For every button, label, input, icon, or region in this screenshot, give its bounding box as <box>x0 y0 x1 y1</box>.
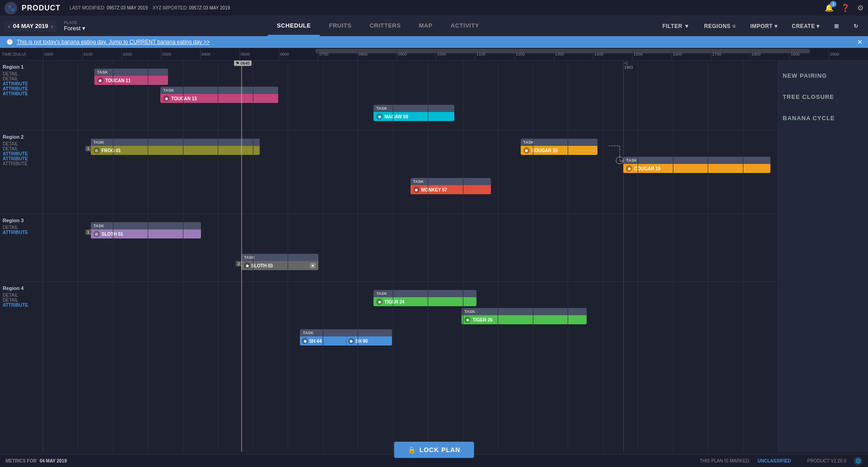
svg-point-2 <box>616 157 623 164</box>
region1-detail2: DETAIL <box>3 76 40 81</box>
main-tabs: SCHEDULE FRUITS CRITTERS MAP ACTIVITY <box>99 16 657 36</box>
lock-plan-button[interactable]: 🔒 LOCK PLAN <box>394 442 474 458</box>
tab-fruits[interactable]: FRUITS <box>320 16 360 36</box>
task-name-sh44: SH 44 <box>309 339 322 344</box>
lock-icon: 🔒 <box>408 446 416 453</box>
filter-button[interactable]: FILTER ▼ <box>657 20 695 32</box>
place-dropdown[interactable]: Forest ▾ <box>64 25 85 32</box>
tab-critters[interactable]: CRITTERS <box>360 16 410 36</box>
create-button[interactable]: CREATE ▾ <box>786 20 825 32</box>
import-button[interactable]: IMPORT ▾ <box>745 20 783 32</box>
settings-button[interactable]: ⚙ <box>857 4 863 12</box>
notifications-button[interactable]: 🔔 3 <box>825 4 834 12</box>
region3-gantt-row: 1 TASK ◎SLOTH 01 2 TASK ◉SLOTH 03● <box>43 214 778 282</box>
region2-attr2: ATTRIBUTE <box>3 156 40 161</box>
task-toucan13[interactable]: TASK ◉TOUCAN 13 <box>160 87 278 103</box>
task-icon: ◉ <box>626 165 632 172</box>
task-label: TASK <box>626 158 637 163</box>
region2-gantt-row: 1 TASK ◎FROG 01 TASK ◉COUGAR 15 TASK ◉CO… <box>43 131 778 214</box>
notification-message[interactable]: This is not today's banana eating day. J… <box>17 39 210 45</box>
top-bar: 🐾 PRODUCT LAST MODIFIED: 0957Z 03 MAY 20… <box>0 0 868 16</box>
date-navigator[interactable]: ‹ 04 MAY 2019 › <box>5 21 56 32</box>
region2-detail3: ATTRIBUTE <box>3 161 40 166</box>
metrics-date: 04 MAY 2019 <box>40 458 67 463</box>
task-macaw59[interactable]: TASK ◉MACAW 59 <box>373 105 454 121</box>
task-toucan11[interactable]: TASK ◉TOUCAN 11 <box>94 69 168 85</box>
tab-activity[interactable]: ACTIVITY <box>442 16 488 36</box>
task-cougar15b[interactable]: TASK ◉COUGAR 15 <box>623 157 770 173</box>
ruler-tick-2000: 2000 <box>829 48 839 60</box>
region4-label-section: Region 4 DETAIL DETAIL ATTRIBUTE <box>0 282 42 311</box>
ruler-tick-0900: 0900 <box>397 48 407 60</box>
ruler-tick-0600: 0600 <box>279 48 289 60</box>
timeline-ruler: TIME (ZULU) 0000010002000300040005000600… <box>0 48 868 61</box>
end-time-label: ◁ 1901 <box>624 61 633 70</box>
region1-attr1: ATTRIBUTE <box>3 81 40 86</box>
region2-label-section: Region 2 DETAIL DETAIL ATTRIBUTE ATTRIBU… <box>0 131 42 214</box>
task-label: TASK <box>93 224 104 228</box>
region3-attr1: ATTRIBUTE <box>3 230 40 235</box>
task-label: TASK <box>163 88 174 93</box>
next-date-arrow[interactable]: › <box>51 23 53 30</box>
task-sloth03[interactable]: 2 TASK ◉SLOTH 03● <box>241 254 318 270</box>
ruler-tick-1800: 1800 <box>750 48 761 60</box>
task-name: MACAW 59 <box>384 114 408 119</box>
region-labels-panel: Region 1 DETAIL DETAIL ATTRIBUTE ATTRIBU… <box>0 61 43 452</box>
ruler-tick-1100: 1100 <box>475 48 485 60</box>
task-label: TASK <box>376 106 387 111</box>
task-sloth01[interactable]: 1 TASK ◎SLOTH 01 <box>91 222 201 238</box>
new-pairing-button[interactable]: NEW PAIRING <box>783 70 863 82</box>
task-tiger26[interactable]: TASK ◉TIGER 26 <box>462 308 587 324</box>
place-selector: Place Forest ▾ <box>64 20 85 32</box>
ruler-tick-0400: 0400 <box>200 48 210 60</box>
region4-detail2: DETAIL <box>3 298 40 303</box>
app-title: PRODUCT <box>22 4 61 12</box>
metrics-label: METRICS FOR <box>5 458 37 463</box>
task-icon: ◉ <box>302 338 308 344</box>
notification-close[interactable]: ✕ <box>857 38 863 46</box>
region1-label-section: Region 1 DETAIL DETAIL ATTRIBUTE ATTRIBU… <box>0 61 42 131</box>
task-name: TIGER 24 <box>384 299 404 304</box>
region1-attr3: ATTRIBUTE <box>3 91 40 96</box>
task-cougar15a[interactable]: TASK ◉COUGAR 15 <box>521 139 598 155</box>
tree-closure-button[interactable]: TREE CLOSURE <box>783 91 863 103</box>
ruler-tick-0800: 0800 <box>357 48 368 60</box>
task-name: SLOTH 03 <box>251 263 273 268</box>
task-name: SLOTH 01 <box>102 232 123 237</box>
refresh-button[interactable]: ↻ <box>848 20 864 32</box>
region2-detail2: DETAIL <box>3 146 40 151</box>
main-content: Region 1 DETAIL DETAIL ATTRIBUTE ATTRIBU… <box>0 61 868 452</box>
task-name-sh90: SH 90 <box>355 339 368 344</box>
task-name: MONKEY 57 <box>421 187 448 192</box>
tab-map[interactable]: MAP <box>410 16 441 36</box>
current-time-marker: ⚑ 0645 <box>234 61 252 66</box>
regions-button[interactable]: REGIONS ≡ <box>699 20 741 32</box>
task-icon: ◉ <box>163 95 169 102</box>
task-icon: ◉ <box>413 187 420 193</box>
task-number: 1 <box>85 229 91 235</box>
task-icon: ◉ <box>244 262 250 269</box>
view-toggle-button[interactable]: ⊞ <box>829 20 845 32</box>
ruler-tick-0100: 0100 <box>82 48 93 60</box>
task-tiger24[interactable]: TASK ◉TIGER 24 <box>373 290 476 306</box>
current-time-line: ⚑ 0645 <box>241 61 242 452</box>
ruler-tick-1400: 1400 <box>593 48 603 60</box>
prev-date-arrow[interactable]: ‹ <box>8 23 10 30</box>
task-frog01[interactable]: 1 TASK ◎FROG 01 <box>91 139 260 155</box>
task-monkey57[interactable]: TASK ◉MONKEY 57 <box>411 178 491 194</box>
region2-attr1: ATTRIBUTE <box>3 151 40 156</box>
nav-bar: ‹ 04 MAY 2019 › Place Forest ▾ SCHEDULE … <box>0 16 868 36</box>
region3-detail1: DETAIL <box>3 225 40 230</box>
timeline-ticks: 0000010002000300040005000600070008000900… <box>43 48 868 60</box>
ruler-tick-1600: 1600 <box>672 48 682 60</box>
banana-cycle-button[interactable]: BANANA CYCLE <box>783 112 863 124</box>
task-sh44-sh90[interactable]: TASK ◉ SH 44 ◉ SH 90 <box>300 329 392 346</box>
task-label: TASK <box>523 140 534 145</box>
help-button[interactable]: ❓ <box>841 4 850 12</box>
region4-gantt-row: TASK ◉TIGER 24 TASK ◉TIGER 26 TASK ◉ SH … <box>43 282 778 354</box>
region1-attr2: ATTRIBUTE <box>3 86 40 91</box>
plan-marked-label: THIS PLAN IS MARKED: <box>700 458 750 463</box>
tab-schedule[interactable]: SCHEDULE <box>268 16 320 36</box>
lock-plan-bar: 🔒 LOCK PLAN <box>394 442 474 458</box>
ruler-tick-0200: 0200 <box>121 48 132 60</box>
